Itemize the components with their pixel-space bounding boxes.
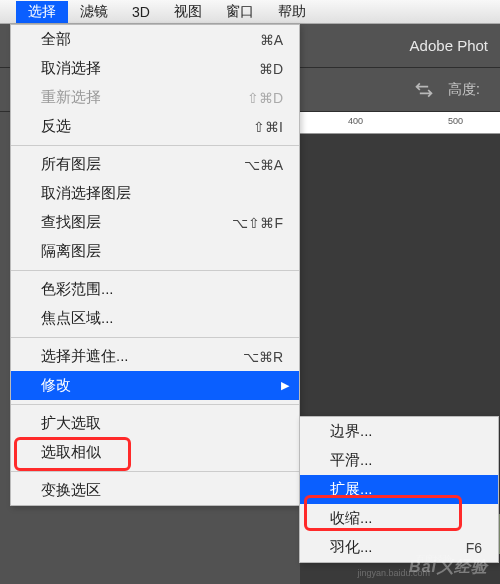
menu-item[interactable]: 反选⇧⌘I — [11, 112, 299, 141]
menubar-item-3d[interactable]: 3D — [120, 2, 162, 22]
menubar-item-help[interactable]: 帮助 — [266, 1, 318, 23]
submenu-item-label: 扩展... — [330, 480, 373, 499]
menu-item-label: 反选 — [41, 117, 71, 136]
menu-item-label: 扩大选取 — [41, 414, 101, 433]
menu-shortcut: ⇧⌘D — [247, 90, 283, 106]
submenu-item[interactable]: 边界... — [300, 417, 498, 446]
submenu-arrow-icon: ▶ — [281, 379, 289, 392]
menu-item[interactable]: 色彩范围... — [11, 275, 299, 304]
menu-item[interactable]: 查找图层⌥⇧⌘F — [11, 208, 299, 237]
menubar: 选择 滤镜 3D 视图 窗口 帮助 — [0, 0, 500, 24]
watermark: Bai㐅经验 — [409, 557, 488, 578]
menu-separator — [11, 337, 299, 338]
submenu-item-label: 羽化... — [330, 538, 373, 557]
menu-item: 重新选择⇧⌘D — [11, 83, 299, 112]
menu-item[interactable]: 修改▶ — [11, 371, 299, 400]
menu-separator — [11, 471, 299, 472]
menu-shortcut: ⌥⌘A — [244, 157, 283, 173]
toolbar-height-label: 高度: — [448, 81, 480, 99]
select-menu-dropdown: 全部⌘A取消选择⌘D重新选择⇧⌘D反选⇧⌘I所有图层⌥⌘A取消选择图层查找图层⌥… — [10, 24, 300, 506]
menu-item-label: 隔离图层 — [41, 242, 101, 261]
swap-icon[interactable] — [414, 80, 434, 100]
menu-separator — [11, 145, 299, 146]
menu-item-label: 选取相似 — [41, 443, 101, 462]
menu-item[interactable]: 取消选择图层 — [11, 179, 299, 208]
menu-item[interactable]: 变换选区 — [11, 476, 299, 505]
menubar-item-select[interactable]: 选择 — [16, 1, 68, 23]
menu-item[interactable]: 选择并遮住...⌥⌘R — [11, 342, 299, 371]
menu-shortcut: ⌥⇧⌘F — [232, 215, 283, 231]
menu-shortcut: ⌘A — [260, 32, 283, 48]
menu-item-label: 重新选择 — [41, 88, 101, 107]
menu-shortcut: ⌥⌘R — [243, 349, 283, 365]
submenu-item[interactable]: 平滑... — [300, 446, 498, 475]
menu-item-label: 所有图层 — [41, 155, 101, 174]
menu-item-label: 查找图层 — [41, 213, 101, 232]
app-title: Adobe Phot — [410, 37, 488, 54]
menu-item-label: 取消选择 — [41, 59, 101, 78]
ruler-mark: 400 — [348, 116, 363, 126]
menu-shortcut: ⇧⌘I — [253, 119, 283, 135]
menu-item-label: 变换选区 — [41, 481, 101, 500]
menu-item-label: 取消选择图层 — [41, 184, 131, 203]
menu-item-label: 修改 — [41, 376, 71, 395]
menu-separator — [11, 404, 299, 405]
menu-item[interactable]: 焦点区域... — [11, 304, 299, 333]
menu-item[interactable]: 取消选择⌘D — [11, 54, 299, 83]
menubar-item-window[interactable]: 窗口 — [214, 1, 266, 23]
menu-shortcut: F6 — [466, 540, 482, 556]
submenu-item[interactable]: 收缩... — [300, 504, 498, 533]
ruler-mark: 500 — [448, 116, 463, 126]
menu-item[interactable]: 所有图层⌥⌘A — [11, 150, 299, 179]
submenu-item-label: 平滑... — [330, 451, 373, 470]
menu-item[interactable]: 扩大选取 — [11, 409, 299, 438]
ruler: 400 500 — [300, 112, 500, 134]
menubar-item-view[interactable]: 视图 — [162, 1, 214, 23]
menubar-item-filter[interactable]: 滤镜 — [68, 1, 120, 23]
menu-item[interactable]: 全部⌘A — [11, 25, 299, 54]
menu-separator — [11, 270, 299, 271]
modify-submenu: 边界...平滑...扩展...收缩...羽化...F6 — [299, 416, 499, 563]
menu-item-label: 选择并遮住... — [41, 347, 129, 366]
menu-item-label: 焦点区域... — [41, 309, 114, 328]
menu-item[interactable]: 隔离图层 — [11, 237, 299, 266]
menu-item-label: 全部 — [41, 30, 71, 49]
menu-shortcut: ⌘D — [259, 61, 283, 77]
menu-item[interactable]: 选取相似 — [11, 438, 299, 467]
submenu-item-label: 收缩... — [330, 509, 373, 528]
submenu-item-label: 边界... — [330, 422, 373, 441]
menu-item-label: 色彩范围... — [41, 280, 114, 299]
submenu-item[interactable]: 扩展... — [300, 475, 498, 504]
